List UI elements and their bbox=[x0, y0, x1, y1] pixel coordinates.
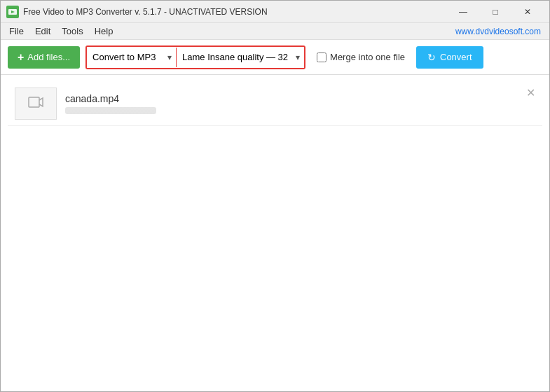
convert-label: Convert bbox=[440, 52, 472, 62]
video-icon bbox=[27, 94, 44, 114]
file-info: canada.mp4 bbox=[65, 93, 535, 114]
add-files-button[interactable]: + Add files... bbox=[8, 46, 80, 69]
svg-rect-2 bbox=[29, 97, 39, 107]
menu-help[interactable]: Help bbox=[89, 24, 119, 38]
menu-edit[interactable]: Edit bbox=[29, 24, 56, 38]
table-row: canada.mp4 ✕ bbox=[8, 82, 542, 126]
file-list: canada.mp4 ✕ bbox=[1, 75, 549, 391]
quality-select[interactable]: Lame Insane quality — 32 Lame High quali… bbox=[177, 47, 304, 68]
file-name: canada.mp4 bbox=[65, 93, 535, 104]
menu-file[interactable]: File bbox=[4, 24, 29, 38]
file-meta bbox=[65, 107, 156, 114]
main-window: Free Video to MP3 Converter v. 5.1.7 - U… bbox=[0, 0, 550, 392]
format-select[interactable]: Convert to MP3 Convert to WAV Convert to… bbox=[87, 47, 176, 68]
window-controls: — □ ✕ bbox=[447, 1, 544, 23]
maximize-button[interactable]: □ bbox=[479, 1, 511, 23]
close-button[interactable]: ✕ bbox=[511, 1, 544, 23]
file-close-button[interactable]: ✕ bbox=[526, 88, 535, 99]
website-link-wrapper: www.dvdvideosoft.com bbox=[455, 26, 546, 36]
app-icon bbox=[6, 6, 19, 18]
refresh-icon: ↻ bbox=[427, 52, 436, 63]
add-files-label: Add files... bbox=[27, 52, 70, 62]
merge-label-text: Merge into one file bbox=[330, 52, 405, 62]
minimize-button[interactable]: — bbox=[447, 1, 479, 23]
window-title: Free Video to MP3 Converter v. 5.1.7 - U… bbox=[23, 7, 447, 17]
format-select-wrapper: Convert to MP3 Convert to WAV Convert to… bbox=[87, 47, 176, 68]
merge-checkbox[interactable] bbox=[317, 52, 326, 62]
convert-button[interactable]: ↻ Convert bbox=[416, 46, 483, 69]
menu-tools[interactable]: Tools bbox=[56, 24, 88, 38]
format-quality-group: Convert to MP3 Convert to WAV Convert to… bbox=[85, 46, 305, 69]
quality-select-wrapper: Lame Insane quality — 32 Lame High quali… bbox=[177, 47, 304, 68]
toolbar: + Add files... Convert to MP3 Convert to… bbox=[1, 40, 549, 75]
merge-label[interactable]: Merge into one file bbox=[311, 52, 411, 62]
plus-icon: + bbox=[18, 52, 24, 63]
file-thumbnail bbox=[15, 88, 57, 120]
website-link[interactable]: www.dvdvideosoft.com bbox=[455, 27, 541, 36]
title-bar: Free Video to MP3 Converter v. 5.1.7 - U… bbox=[1, 1, 549, 23]
menu-bar: File Edit Tools Help www.dvdvideosoft.co… bbox=[1, 23, 549, 40]
